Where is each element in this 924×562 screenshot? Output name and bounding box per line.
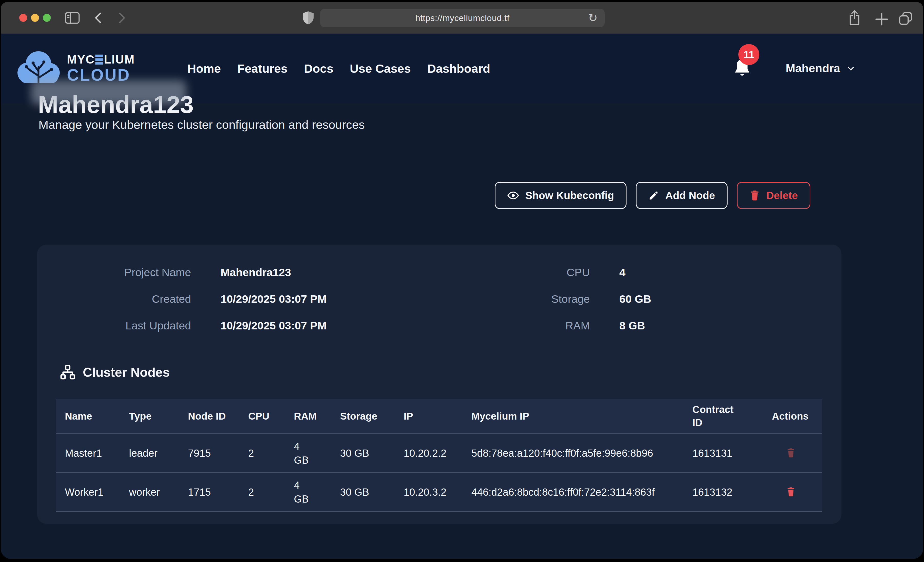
table-header-row: Name Type Node ID CPU RAM Storage IP Myc… bbox=[56, 399, 822, 433]
browser-window: https://myceliumcloud.tf ↻ bbox=[1, 2, 923, 559]
cpu-label: CPU bbox=[473, 266, 590, 279]
cell-actions bbox=[763, 472, 822, 511]
cell-cpu: 2 bbox=[239, 472, 285, 511]
cell-mycelium-ip: 5d8:78ea:a120:f40c:ff0f:a5fe:99e6:8b96 bbox=[462, 433, 684, 472]
cell-name: Master1 bbox=[56, 433, 120, 472]
trash-icon bbox=[786, 447, 796, 459]
eye-icon bbox=[507, 190, 519, 201]
user-name: Mahendra bbox=[786, 62, 840, 75]
cell-type: leader bbox=[120, 433, 179, 472]
nav-link-docs[interactable]: Docs bbox=[304, 61, 333, 76]
col-ip: IP bbox=[394, 399, 462, 433]
cell-cpu: 2 bbox=[239, 433, 285, 472]
col-node-id: Node ID bbox=[179, 399, 239, 433]
reload-icon[interactable]: ↻ bbox=[588, 10, 597, 26]
col-contract-id: Contract ID bbox=[684, 399, 763, 433]
storage-value: 60 GB bbox=[590, 293, 819, 305]
tab-overview-icon[interactable] bbox=[898, 11, 913, 26]
trash-icon bbox=[786, 486, 796, 498]
col-actions: Actions bbox=[763, 399, 822, 433]
page-subtitle: Manage your Kubernetes cluster configura… bbox=[39, 118, 364, 132]
table-row-worker1: Worker1 worker 1715 2 4 GB 30 GB 10.20.3… bbox=[56, 472, 822, 511]
cluster-nodes-table: Name Type Node ID CPU RAM Storage IP Myc… bbox=[56, 399, 822, 512]
col-storage: Storage bbox=[331, 399, 394, 433]
delete-node-button[interactable] bbox=[786, 486, 796, 498]
cell-ip: 10.20.3.2 bbox=[394, 472, 462, 511]
cell-contract-id: 1613131 bbox=[684, 433, 763, 472]
cell-name: Worker1 bbox=[56, 472, 120, 511]
project-name-label: Project Name bbox=[60, 266, 191, 279]
cell-contract-id: 1613132 bbox=[684, 472, 763, 511]
forward-button-icon[interactable] bbox=[116, 11, 128, 25]
zoom-window-button[interactable] bbox=[43, 14, 51, 22]
cell-ip: 10.20.2.2 bbox=[394, 433, 462, 472]
created-label: Created bbox=[60, 293, 191, 305]
nav-link-use-cases[interactable]: Use Cases bbox=[350, 61, 411, 76]
cpu-value: 4 bbox=[590, 266, 819, 279]
notification-count-badge: 11 bbox=[738, 44, 759, 65]
storage-label: Storage bbox=[473, 293, 590, 305]
user-menu[interactable]: Mahendra bbox=[786, 62, 856, 75]
created-value: 10/29/2025 03:07 PM bbox=[191, 293, 473, 305]
redaction-blur-patch bbox=[31, 80, 186, 105]
cell-node-id: 7915 bbox=[179, 433, 239, 472]
project-name-value: Mahendra123 bbox=[191, 266, 473, 279]
ram-label: RAM bbox=[473, 320, 590, 332]
privacy-shield-icon[interactable] bbox=[302, 10, 315, 25]
address-bar-url: https://myceliumcloud.tf bbox=[415, 13, 509, 23]
address-bar[interactable]: https://myceliumcloud.tf bbox=[320, 9, 605, 27]
brand-name-top: MYCLIUM bbox=[67, 54, 135, 65]
col-cpu: CPU bbox=[239, 399, 285, 433]
cell-mycelium-ip: 446:d2a6:8bcd:8c16:ff0f:72e2:3114:863f bbox=[462, 472, 684, 511]
trash-icon bbox=[749, 190, 760, 201]
new-tab-icon[interactable] bbox=[875, 12, 889, 26]
delete-cluster-button[interactable]: Delete bbox=[737, 182, 810, 209]
nav-link-home[interactable]: Home bbox=[188, 61, 221, 76]
cluster-info-grid: Project Name Mahendra123 CPU 4 Created 1… bbox=[60, 259, 819, 339]
chevron-down-icon bbox=[846, 63, 856, 73]
notifications-button[interactable]: 11 bbox=[732, 57, 752, 79]
add-node-button[interactable]: Add Node bbox=[636, 182, 728, 209]
table-row-master1: Master1 leader 7915 2 4 GB 30 GB 10.20.2… bbox=[56, 433, 822, 472]
last-updated-label: Last Updated bbox=[60, 320, 191, 332]
pencil-icon bbox=[648, 190, 659, 201]
cell-actions bbox=[763, 433, 822, 472]
cell-storage: 30 GB bbox=[331, 472, 394, 511]
cluster-actions: Show Kubeconfig Add Node Delete bbox=[495, 182, 810, 209]
nav-links: Home Features Docs Use Cases Dashboard bbox=[188, 61, 490, 76]
cell-ram: 4 GB bbox=[285, 433, 331, 472]
show-kubeconfig-button[interactable]: Show Kubeconfig bbox=[495, 182, 627, 209]
page-body: MYCLIUM CLOUD Home Features Docs Use Cas… bbox=[1, 34, 923, 559]
col-type: Type bbox=[120, 399, 179, 433]
cluster-details-card: Project Name Mahendra123 CPU 4 Created 1… bbox=[37, 245, 842, 524]
col-name: Name bbox=[56, 399, 120, 433]
share-icon[interactable] bbox=[847, 9, 862, 27]
cell-type: worker bbox=[120, 472, 179, 511]
brand-e-glyph bbox=[95, 55, 103, 64]
sidebar-toggle-icon[interactable] bbox=[64, 11, 80, 25]
ram-value: 8 GB bbox=[590, 320, 819, 332]
last-updated-value: 10/29/2025 03:07 PM bbox=[191, 320, 473, 332]
delete-node-button[interactable] bbox=[786, 447, 796, 459]
nav-link-dashboard[interactable]: Dashboard bbox=[427, 61, 490, 76]
col-ram: RAM bbox=[285, 399, 331, 433]
col-mycelium-ip: Mycelium IP bbox=[462, 399, 684, 433]
minimize-window-button[interactable] bbox=[31, 14, 39, 22]
cluster-nodes-heading: Cluster Nodes bbox=[60, 365, 170, 380]
browser-toolbar: https://myceliumcloud.tf ↻ bbox=[1, 2, 923, 34]
nav-link-features[interactable]: Features bbox=[237, 61, 288, 76]
cell-ram: 4 GB bbox=[285, 472, 331, 511]
cell-node-id: 1715 bbox=[179, 472, 239, 511]
back-button-icon[interactable] bbox=[93, 11, 104, 25]
close-window-button[interactable] bbox=[19, 14, 27, 22]
cluster-nodes-icon bbox=[60, 365, 76, 380]
cell-storage: 30 GB bbox=[331, 433, 394, 472]
